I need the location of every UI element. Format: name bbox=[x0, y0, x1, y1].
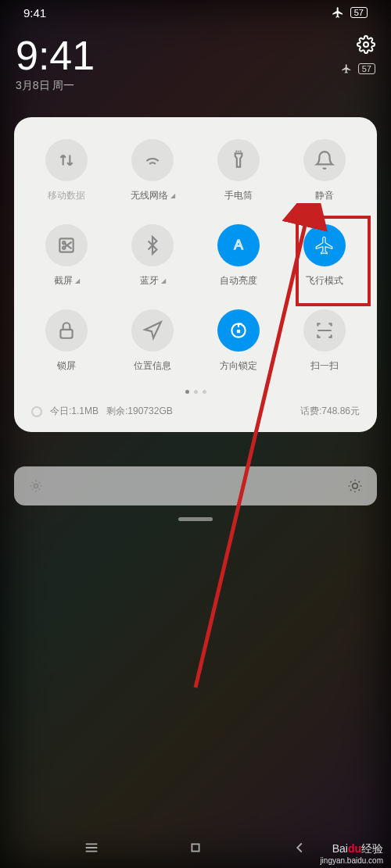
brightness-low-icon bbox=[28, 478, 44, 494]
page-indicator bbox=[23, 390, 368, 394]
location-icon bbox=[142, 320, 163, 341]
svg-point-9 bbox=[353, 484, 358, 489]
bluetooth-icon bbox=[142, 235, 163, 255]
usage-circle-icon bbox=[31, 406, 42, 417]
tile-scan[interactable]: 扫一扫 bbox=[282, 309, 368, 373]
bell-icon bbox=[314, 150, 335, 170]
tile-label: 锁屏 bbox=[57, 359, 76, 373]
status-bar: 9:41 57 bbox=[0, 0, 391, 25]
flashlight-icon bbox=[228, 150, 249, 170]
svg-text:A: A bbox=[234, 237, 243, 252]
auto-brightness-icon: A bbox=[228, 235, 249, 255]
brightness-high-icon bbox=[347, 478, 363, 494]
tile-screenshot[interactable]: 截屏◢ bbox=[23, 224, 109, 288]
data-usage-row[interactable]: 今日:1.1MB 剩余:190732GB 话费:748.86元 bbox=[23, 405, 368, 418]
clock-time: 9:41 bbox=[16, 35, 95, 76]
svg-rect-5 bbox=[60, 330, 72, 338]
tile-auto-brightness[interactable]: A 自动亮度 bbox=[196, 224, 282, 288]
tile-label: 移动数据 bbox=[48, 189, 85, 202]
annotation-highlight bbox=[296, 216, 371, 306]
settings-icon[interactable] bbox=[357, 35, 375, 54]
status-time: 9:41 bbox=[23, 6, 46, 20]
header: 9:41 3月8日 周一 57 bbox=[16, 35, 375, 93]
tile-location[interactable]: 位置信息 bbox=[109, 309, 196, 373]
battery-badge-small: 57 bbox=[358, 63, 375, 74]
rotation-lock-icon bbox=[228, 320, 249, 341]
svg-point-0 bbox=[364, 42, 368, 47]
tile-label: 截屏◢ bbox=[54, 274, 80, 288]
lock-icon bbox=[56, 320, 77, 341]
tile-label: 位置信息 bbox=[134, 359, 171, 373]
usage-remaining: 剩余:190732GB bbox=[106, 405, 173, 418]
tile-label: 自动亮度 bbox=[220, 274, 257, 288]
quick-settings-panel: 移动数据 无线网络◢ 手电筒 静音 截屏◢ 蓝牙◢ A 自动亮度 飞行模式 bbox=[14, 117, 377, 432]
date-text: 3月8日 周一 bbox=[16, 79, 95, 93]
battery-badge: 57 bbox=[350, 7, 368, 18]
usage-bill: 话费:748.86元 bbox=[300, 405, 360, 418]
scissors-icon bbox=[56, 235, 77, 255]
tile-rotation-lock[interactable]: 方向锁定 bbox=[196, 309, 282, 373]
tile-label: 手电筒 bbox=[224, 189, 253, 202]
usage-today: 今日:1.1MB bbox=[50, 405, 99, 418]
airplane-icon-small bbox=[341, 63, 352, 74]
nav-back-icon[interactable] bbox=[291, 839, 308, 856]
tile-mobile-data[interactable]: 移动数据 bbox=[23, 139, 109, 202]
airplane-icon bbox=[332, 6, 344, 19]
svg-rect-11 bbox=[192, 844, 199, 851]
svg-rect-7 bbox=[237, 330, 240, 333]
brightness-slider[interactable] bbox=[14, 466, 377, 505]
watermark: Baidu经验 jingyan.baidu.com bbox=[320, 842, 383, 865]
tile-label: 静音 bbox=[315, 189, 334, 202]
svg-point-8 bbox=[34, 484, 38, 488]
nav-home-icon[interactable] bbox=[187, 839, 204, 856]
tile-label: 扫一扫 bbox=[310, 359, 339, 373]
tile-wifi[interactable]: 无线网络◢ bbox=[109, 139, 196, 202]
tile-flashlight[interactable]: 手电筒 bbox=[196, 139, 282, 202]
data-icon bbox=[56, 150, 77, 170]
tile-bluetooth[interactable]: 蓝牙◢ bbox=[109, 224, 196, 288]
nav-menu-icon[interactable] bbox=[83, 839, 100, 856]
tile-label: 无线网络◢ bbox=[131, 189, 175, 202]
tile-mute[interactable]: 静音 bbox=[282, 139, 368, 202]
tile-lock[interactable]: 锁屏 bbox=[23, 309, 109, 373]
tile-label: 方向锁定 bbox=[220, 359, 257, 373]
wifi-icon bbox=[142, 150, 163, 170]
scan-icon bbox=[314, 320, 335, 341]
tile-label: 蓝牙◢ bbox=[140, 274, 166, 288]
panel-handle[interactable] bbox=[178, 517, 213, 521]
